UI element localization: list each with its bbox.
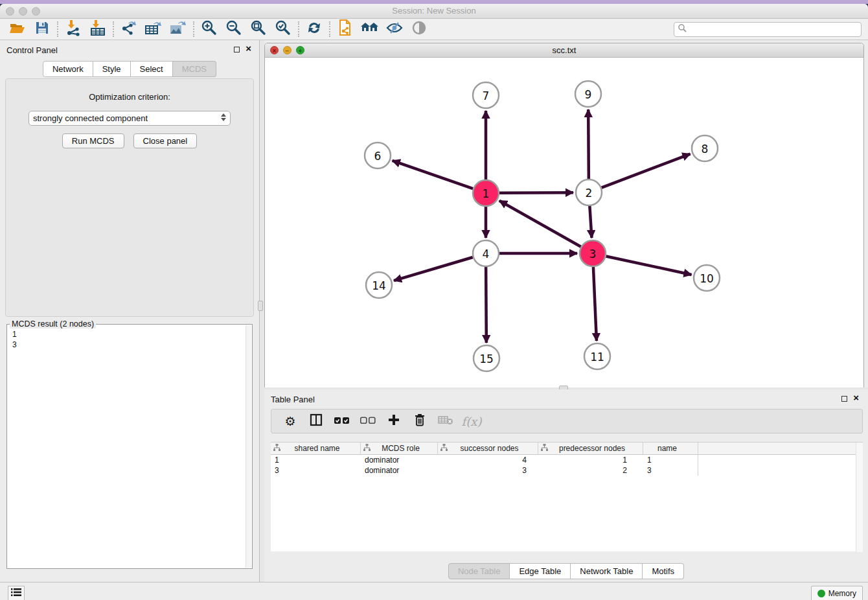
import-network-button[interactable] [61, 20, 86, 38]
float-table-panel-icon[interactable] [841, 396, 847, 402]
table-toolbar: ⚙ f(x) [271, 409, 863, 433]
cell-predecessor-nodes[interactable]: 1 [538, 455, 643, 465]
network-frame-titlebar: × − + scc.txt [265, 43, 863, 58]
control-panel: Control Panel × Network Style Select MCD… [0, 40, 259, 582]
tab-select[interactable]: Select [131, 61, 173, 77]
edge-3-1[interactable] [499, 201, 581, 247]
import-table-icon [89, 19, 106, 39]
table-panel-tabs: Node Table Edge Table Network Table Moti… [264, 563, 868, 579]
zoom-selected-button[interactable] [271, 20, 295, 38]
main-toolbar [0, 19, 868, 40]
delete-column-button[interactable] [410, 411, 429, 431]
cell-name[interactable]: 1 [643, 455, 698, 465]
export-table-button[interactable] [141, 20, 166, 38]
tab-mcds[interactable]: MCDS [173, 61, 216, 77]
import-table-button[interactable] [86, 20, 110, 38]
close-panel-icon[interactable]: × [246, 43, 251, 53]
open-folder-button[interactable] [5, 20, 30, 38]
select-all-button[interactable] [332, 411, 352, 431]
cell-shared-name[interactable]: 3 [271, 465, 361, 476]
toolbar-separator [113, 21, 114, 37]
zoom-in-button[interactable] [197, 20, 222, 38]
edge-4-14[interactable] [394, 257, 473, 281]
float-panel-icon[interactable] [234, 47, 240, 52]
zoom-fit-button[interactable] [246, 20, 271, 38]
mcds-result-text[interactable]: 1 3 [7, 325, 246, 568]
table-row[interactable]: 3 dominator 3 2 3 [271, 465, 863, 476]
control-panel-title: Control Panel [6, 45, 58, 55]
export-image-button[interactable] [166, 20, 190, 38]
optimization-select-value: strongly connected component [33, 113, 148, 123]
edge-3-11[interactable] [593, 267, 597, 341]
apply-layout-button[interactable] [302, 20, 326, 38]
cell-mcds-role[interactable]: dominator [361, 465, 438, 476]
hide-graphics-details-button[interactable] [382, 20, 407, 38]
split-handle[interactable] [258, 301, 263, 311]
tab-node-table[interactable]: Node Table [448, 563, 510, 579]
tab-network-table[interactable]: Network Table [571, 563, 643, 579]
trash-icon [413, 413, 426, 430]
column-header-mcds-role[interactable]: MCDS role [361, 443, 438, 454]
edge-4-15[interactable] [486, 267, 486, 343]
show-graphics-details-button[interactable] [407, 20, 431, 38]
select-stepper-icon [221, 113, 226, 121]
column-header-successor-nodes[interactable]: successor nodes [438, 443, 538, 454]
tab-motifs[interactable]: Motifs [643, 563, 684, 579]
toolbar-search-field[interactable] [674, 22, 862, 37]
table-row[interactable]: 1 dominator 4 1 1 [271, 455, 863, 465]
edge-1-6[interactable] [393, 161, 473, 189]
panel-split-divider[interactable] [259, 40, 264, 582]
edge-2-8[interactable] [602, 154, 691, 188]
search-input[interactable] [687, 25, 861, 34]
edge-1-2[interactable] [499, 192, 573, 193]
add-column-button[interactable] [384, 411, 404, 431]
zoom-out-button[interactable] [222, 20, 246, 38]
control-panel-tabs: Network Style Select MCDS [0, 61, 259, 77]
deselect-all-button[interactable] [358, 411, 378, 431]
cell-successor-nodes[interactable]: 4 [438, 455, 538, 465]
network-canvas[interactable]: 7968124314101511 [265, 58, 863, 387]
memory-button[interactable]: Memory [811, 586, 863, 600]
cell-successor-nodes[interactable]: 3 [438, 465, 538, 476]
duplicate-network-button[interactable] [333, 20, 358, 38]
column-header-name[interactable]: name [643, 443, 698, 454]
mcds-result-scrollbar[interactable] [246, 325, 251, 568]
cell-mcds-role[interactable]: dominator [361, 455, 438, 465]
run-mcds-button[interactable]: Run MCDS [62, 133, 124, 148]
column-layout-button[interactable] [306, 411, 326, 431]
cell-predecessor-nodes[interactable]: 2 [538, 465, 643, 476]
control-panel-header: Control Panel × [0, 40, 259, 58]
node-label-8: 8 [702, 143, 709, 156]
tab-edge-table[interactable]: Edge Table [510, 563, 571, 579]
node-table: shared name MCDS role successor nodes pr… [271, 442, 863, 551]
gear-icon: ⚙ [284, 414, 295, 428]
table-panel-header: Table Panel × [264, 389, 868, 408]
edge-3-10[interactable] [606, 256, 692, 275]
close-panel-button[interactable]: Close panel [133, 133, 198, 148]
column-header-shared-name[interactable]: shared name [271, 443, 361, 454]
column-type-icon [440, 444, 448, 453]
optimization-select[interactable]: strongly connected component [29, 111, 231, 126]
columns-icon [310, 413, 323, 429]
table-scrollbar[interactable] [856, 443, 863, 552]
table-settings-button[interactable]: ⚙ [280, 411, 300, 431]
export-table-icon [144, 19, 163, 39]
network-graph[interactable]: 7968124314101511 [265, 58, 863, 387]
window-titlebar: Session: New Session [0, 4, 868, 19]
export-network-button[interactable] [117, 20, 141, 38]
tab-style[interactable]: Style [93, 61, 131, 77]
edge-2-3[interactable] [589, 206, 591, 238]
cell-shared-name[interactable]: 1 [271, 455, 361, 465]
show-panels-button[interactable] [8, 586, 25, 600]
column-type-icon [273, 444, 280, 453]
tab-network[interactable]: Network [43, 61, 93, 77]
network-overview-button[interactable] [358, 20, 382, 38]
column-header-predecessor-nodes[interactable]: predecessor nodes [538, 443, 643, 454]
edge-2-9[interactable] [588, 110, 589, 179]
node-label-11: 11 [590, 351, 604, 363]
close-table-panel-icon[interactable]: × [853, 393, 859, 402]
save-session-button[interactable] [30, 20, 54, 38]
export-network-icon [120, 19, 137, 39]
export-image-icon [169, 19, 187, 39]
cell-name[interactable]: 3 [643, 465, 698, 476]
